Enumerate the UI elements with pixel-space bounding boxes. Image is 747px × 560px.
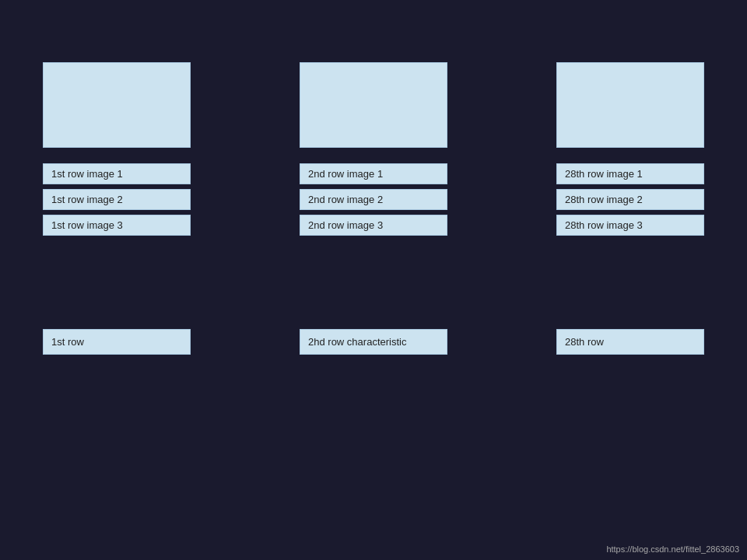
label-box-col1-row2: 1st row image 2 bbox=[43, 189, 191, 210]
url-text: https://blog.csdn.net/fittel_2863603 bbox=[606, 544, 739, 554]
image-labels-2: 2nd row image 12nd row image 22nd row im… bbox=[300, 163, 447, 236]
main-container: 1st row image 11st row image 21st row im… bbox=[0, 0, 747, 355]
label-box-col1-row1: 1st row image 1 bbox=[43, 163, 191, 184]
image-placeholder-1 bbox=[43, 62, 191, 148]
label-box-col2-row2: 2nd row image 2 bbox=[300, 189, 447, 210]
column-3: 28th row image 128th row image 228th row… bbox=[556, 62, 704, 355]
image-placeholder-2 bbox=[300, 62, 447, 148]
label-box-col1-row3: 1st row image 3 bbox=[43, 215, 191, 236]
image-labels-3: 28th row image 128th row image 228th row… bbox=[556, 163, 704, 236]
label-box-col2-row3: 2nd row image 3 bbox=[300, 215, 447, 236]
image-labels-1: 1st row image 11st row image 21st row im… bbox=[43, 163, 191, 236]
row-label-3: 28th row bbox=[556, 329, 704, 355]
column-1: 1st row image 11st row image 21st row im… bbox=[43, 62, 191, 355]
label-box-col3-row3: 28th row image 3 bbox=[556, 215, 704, 236]
row-label-2: 2hd row characteristic bbox=[300, 329, 447, 355]
label-box-col3-row1: 28th row image 1 bbox=[556, 163, 704, 184]
label-box-col2-row1: 2nd row image 1 bbox=[300, 163, 447, 184]
image-placeholder-3 bbox=[556, 62, 704, 148]
column-2: 2nd row image 12nd row image 22nd row im… bbox=[300, 62, 447, 355]
url-bar: https://blog.csdn.net/fittel_2863603 bbox=[606, 544, 739, 554]
label-box-col3-row2: 28th row image 2 bbox=[556, 189, 704, 210]
row-label-1: 1st row bbox=[43, 329, 191, 355]
